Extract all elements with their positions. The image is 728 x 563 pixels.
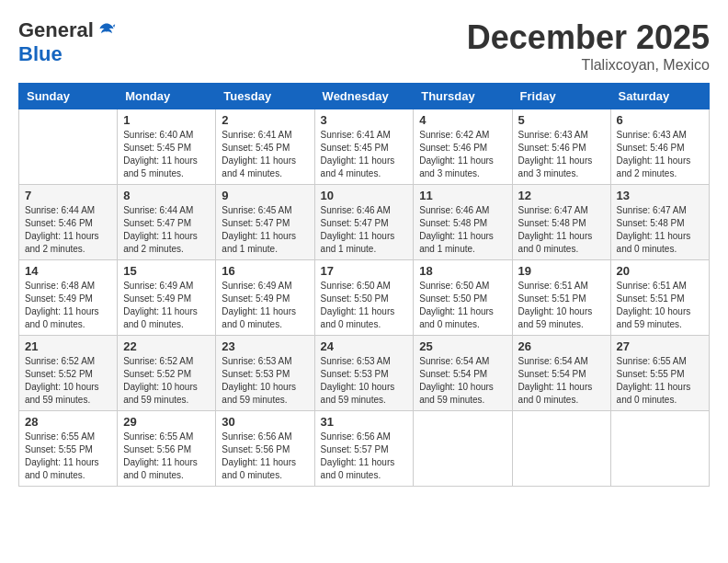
day-number: 4 — [419, 113, 506, 127]
day-info: Sunrise: 6:50 AMSunset: 5:50 PMDaylight:… — [419, 280, 506, 331]
day-number: 14 — [25, 264, 111, 278]
day-number: 19 — [518, 264, 605, 278]
calendar-header-saturday: Saturday — [610, 84, 709, 109]
calendar-week-row: 28Sunrise: 6:55 AMSunset: 5:55 PMDayligh… — [19, 411, 710, 487]
day-number: 7 — [25, 189, 111, 202]
day-number: 26 — [518, 339, 605, 353]
location-title: Tlalixcoyan, Mexico — [467, 57, 710, 74]
day-number: 13 — [617, 189, 703, 202]
day-number: 12 — [518, 189, 605, 202]
day-number: 11 — [419, 189, 506, 202]
day-info: Sunrise: 6:41 AMSunset: 5:45 PMDaylight:… — [321, 129, 408, 180]
day-info: Sunrise: 6:52 AMSunset: 5:52 PMDaylight:… — [123, 355, 210, 407]
day-number: 17 — [321, 264, 408, 278]
calendar-cell: 25Sunrise: 6:54 AMSunset: 5:54 PMDayligh… — [414, 336, 512, 411]
calendar-cell: 22Sunrise: 6:52 AMSunset: 5:52 PMDayligh… — [118, 336, 216, 411]
calendar-body: 1Sunrise: 6:40 AMSunset: 5:45 PMDaylight… — [19, 109, 710, 487]
day-number: 1 — [123, 113, 210, 127]
calendar-cell: 14Sunrise: 6:48 AMSunset: 5:49 PMDayligh… — [19, 260, 118, 336]
day-info: Sunrise: 6:48 AMSunset: 5:49 PMDaylight:… — [25, 280, 111, 331]
calendar-cell: 8Sunrise: 6:44 AMSunset: 5:47 PMDaylight… — [118, 185, 216, 260]
calendar-week-row: 1Sunrise: 6:40 AMSunset: 5:45 PMDaylight… — [19, 109, 710, 185]
day-number: 9 — [222, 189, 308, 202]
calendar-cell: 27Sunrise: 6:55 AMSunset: 5:55 PMDayligh… — [610, 336, 709, 411]
day-number: 8 — [123, 189, 210, 202]
day-info: Sunrise: 6:45 AMSunset: 5:47 PMDaylight:… — [222, 204, 308, 256]
calendar-cell: 29Sunrise: 6:55 AMSunset: 5:56 PMDayligh… — [118, 411, 216, 487]
calendar-cell: 16Sunrise: 6:49 AMSunset: 5:49 PMDayligh… — [216, 260, 314, 336]
day-number: 31 — [321, 415, 408, 429]
day-info: Sunrise: 6:54 AMSunset: 5:54 PMDaylight:… — [518, 355, 605, 407]
calendar-cell: 1Sunrise: 6:40 AMSunset: 5:45 PMDaylight… — [118, 109, 216, 185]
calendar-cell: 30Sunrise: 6:56 AMSunset: 5:56 PMDayligh… — [216, 411, 314, 487]
calendar-cell: 26Sunrise: 6:54 AMSunset: 5:54 PMDayligh… — [512, 336, 610, 411]
calendar-header-row: SundayMondayTuesdayWednesdayThursdayFrid… — [19, 84, 710, 109]
calendar-cell: 13Sunrise: 6:47 AMSunset: 5:48 PMDayligh… — [610, 185, 709, 260]
calendar-header-wednesday: Wednesday — [314, 84, 414, 109]
calendar-cell: 11Sunrise: 6:46 AMSunset: 5:48 PMDayligh… — [414, 185, 512, 260]
day-number: 16 — [222, 264, 308, 278]
day-number: 21 — [25, 339, 111, 353]
calendar-cell: 15Sunrise: 6:49 AMSunset: 5:49 PMDayligh… — [118, 260, 216, 336]
calendar-cell — [610, 411, 709, 487]
day-number: 23 — [222, 339, 308, 353]
calendar-table: SundayMondayTuesdayWednesdayThursdayFrid… — [18, 83, 710, 487]
calendar-header-tuesday: Tuesday — [216, 84, 314, 109]
calendar-cell: 17Sunrise: 6:50 AMSunset: 5:50 PMDayligh… — [314, 260, 414, 336]
day-number: 3 — [321, 113, 408, 127]
logo-general-text: General — [18, 18, 94, 42]
calendar-cell: 19Sunrise: 6:51 AMSunset: 5:51 PMDayligh… — [512, 260, 610, 336]
logo-bird-icon — [97, 21, 116, 40]
calendar-week-row: 14Sunrise: 6:48 AMSunset: 5:49 PMDayligh… — [19, 260, 710, 336]
day-info: Sunrise: 6:44 AMSunset: 5:46 PMDaylight:… — [25, 204, 111, 256]
calendar-cell: 12Sunrise: 6:47 AMSunset: 5:48 PMDayligh… — [512, 185, 610, 260]
calendar-cell — [414, 411, 512, 487]
calendar-cell: 4Sunrise: 6:42 AMSunset: 5:46 PMDaylight… — [414, 109, 512, 185]
title-section: December 2025 Tlalixcoyan, Mexico — [467, 18, 710, 74]
day-number: 25 — [419, 339, 506, 353]
day-info: Sunrise: 6:49 AMSunset: 5:49 PMDaylight:… — [222, 280, 308, 331]
day-info: Sunrise: 6:49 AMSunset: 5:49 PMDaylight:… — [123, 280, 210, 331]
calendar-cell: 31Sunrise: 6:56 AMSunset: 5:57 PMDayligh… — [314, 411, 414, 487]
day-number: 2 — [222, 113, 308, 127]
calendar-week-row: 21Sunrise: 6:52 AMSunset: 5:52 PMDayligh… — [19, 336, 710, 411]
month-title: December 2025 — [467, 18, 710, 57]
day-number: 22 — [123, 339, 210, 353]
day-info: Sunrise: 6:55 AMSunset: 5:55 PMDaylight:… — [25, 431, 111, 482]
calendar-header-thursday: Thursday — [414, 84, 512, 109]
day-info: Sunrise: 6:50 AMSunset: 5:50 PMDaylight:… — [321, 280, 408, 331]
day-info: Sunrise: 6:42 AMSunset: 5:46 PMDaylight:… — [419, 129, 506, 180]
calendar-cell: 2Sunrise: 6:41 AMSunset: 5:45 PMDaylight… — [216, 109, 314, 185]
day-number: 27 — [617, 339, 703, 353]
calendar-cell: 6Sunrise: 6:43 AMSunset: 5:46 PMDaylight… — [610, 109, 709, 185]
calendar-cell — [512, 411, 610, 487]
calendar-cell: 10Sunrise: 6:46 AMSunset: 5:47 PMDayligh… — [314, 185, 414, 260]
calendar-cell: 21Sunrise: 6:52 AMSunset: 5:52 PMDayligh… — [19, 336, 118, 411]
day-info: Sunrise: 6:43 AMSunset: 5:46 PMDaylight:… — [518, 129, 605, 180]
day-info: Sunrise: 6:46 AMSunset: 5:47 PMDaylight:… — [321, 204, 408, 256]
day-number: 20 — [617, 264, 703, 278]
page-header: General Blue December 2025 Tlalixcoyan, … — [18, 18, 710, 74]
calendar-cell: 5Sunrise: 6:43 AMSunset: 5:46 PMDaylight… — [512, 109, 610, 185]
calendar-cell: 9Sunrise: 6:45 AMSunset: 5:47 PMDaylight… — [216, 185, 314, 260]
day-info: Sunrise: 6:53 AMSunset: 5:53 PMDaylight:… — [321, 355, 408, 407]
day-number: 6 — [617, 113, 703, 127]
day-info: Sunrise: 6:52 AMSunset: 5:52 PMDaylight:… — [25, 355, 111, 407]
calendar-cell — [19, 109, 118, 185]
day-info: Sunrise: 6:43 AMSunset: 5:46 PMDaylight:… — [617, 129, 703, 180]
day-number: 5 — [518, 113, 605, 127]
logo: General Blue — [18, 18, 116, 66]
calendar-cell: 7Sunrise: 6:44 AMSunset: 5:46 PMDaylight… — [19, 185, 118, 260]
calendar-cell: 24Sunrise: 6:53 AMSunset: 5:53 PMDayligh… — [314, 336, 414, 411]
day-number: 29 — [123, 415, 210, 429]
day-info: Sunrise: 6:56 AMSunset: 5:57 PMDaylight:… — [321, 431, 408, 482]
calendar-cell: 28Sunrise: 6:55 AMSunset: 5:55 PMDayligh… — [19, 411, 118, 487]
day-info: Sunrise: 6:47 AMSunset: 5:48 PMDaylight:… — [617, 204, 703, 256]
day-info: Sunrise: 6:56 AMSunset: 5:56 PMDaylight:… — [222, 431, 308, 482]
day-info: Sunrise: 6:51 AMSunset: 5:51 PMDaylight:… — [617, 280, 703, 331]
day-number: 28 — [25, 415, 111, 429]
day-info: Sunrise: 6:40 AMSunset: 5:45 PMDaylight:… — [123, 129, 210, 180]
day-number: 15 — [123, 264, 210, 278]
day-info: Sunrise: 6:41 AMSunset: 5:45 PMDaylight:… — [222, 129, 308, 180]
day-number: 18 — [419, 264, 506, 278]
